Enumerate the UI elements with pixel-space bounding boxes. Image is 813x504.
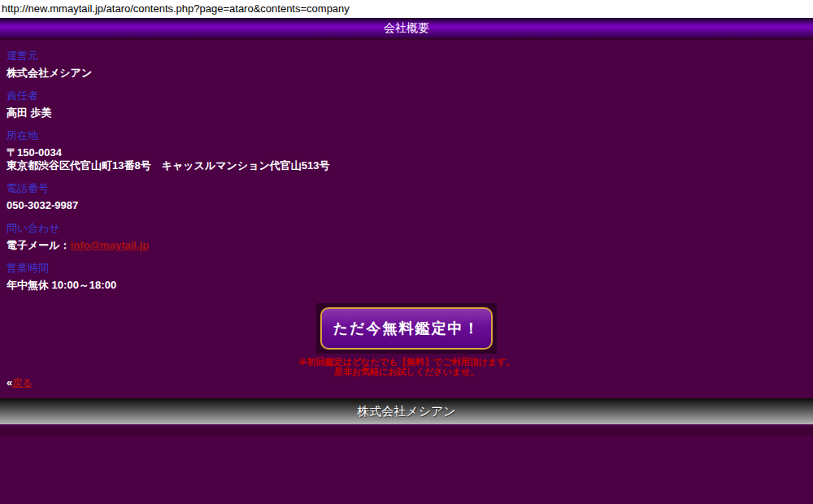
page-title-bar: 会社概要: [0, 18, 813, 37]
company-info-section: 運営元 株式会社メシアン 責任者 高田 歩美 所在地 〒150-0034 東京都…: [0, 40, 813, 302]
back-link[interactable]: 戻る: [12, 377, 32, 389]
postal-code: 〒150-0034: [7, 146, 806, 159]
cta-section: ただ今無料鑑定中！ ※初回鑑定はどなたでも【無料】でご利用頂けます。 是非お気軽…: [0, 302, 813, 376]
cta-button-shadow: ただ今無料鑑定中！: [316, 303, 497, 354]
operator-label: 運営元: [7, 50, 806, 62]
email-prefix: 電子メール：: [7, 239, 71, 251]
operator-value: 株式会社メシアン: [7, 67, 806, 80]
page-url-text: http://new.mmaytail.jp/ataro/contents.ph…: [0, 0, 813, 18]
cta-note-line1: ※初回鑑定はどなたでも【無料】でご利用頂けます。: [0, 357, 813, 367]
contact-label: 問い合わせ: [7, 222, 806, 234]
bottom-dark-band: [0, 427, 813, 436]
cta-note: ※初回鑑定はどなたでも【無料】でご利用頂けます。 是非お気軽にお試しくださいませ…: [0, 357, 813, 376]
manager-label: 責任者: [7, 89, 806, 102]
cta-note-line2: 是非お気軽にお試しくださいませ。: [0, 367, 813, 376]
address-value: 〒150-0034 東京都渋谷区代官山町13番8号 キャッスルマンション代官山5…: [7, 146, 806, 172]
street-address: 東京都渋谷区代官山町13番8号 キャッスルマンション代官山513号: [7, 159, 806, 172]
back-row: «戻る: [0, 376, 813, 389]
address-label: 所在地: [7, 129, 806, 141]
hours-label: 営業時間: [7, 262, 806, 274]
footer-company-name: 株式会社メシアン: [357, 404, 455, 418]
manager-value: 高田 歩美: [7, 106, 806, 119]
hours-value: 年中無休 10:00～18:00: [7, 279, 806, 292]
footer-bar: 株式会社メシアン: [0, 398, 813, 424]
free-appraisal-button[interactable]: ただ今無料鑑定中！: [320, 307, 493, 350]
phone-label: 電話番号: [7, 182, 806, 194]
contact-value: 電子メール：info@maytail.jp: [7, 239, 806, 252]
phone-value: 050-3032-9987: [7, 199, 806, 212]
page-bottom-area: [0, 424, 813, 504]
email-link[interactable]: info@maytail.jp: [71, 239, 149, 251]
page-title: 会社概要: [384, 21, 429, 34]
